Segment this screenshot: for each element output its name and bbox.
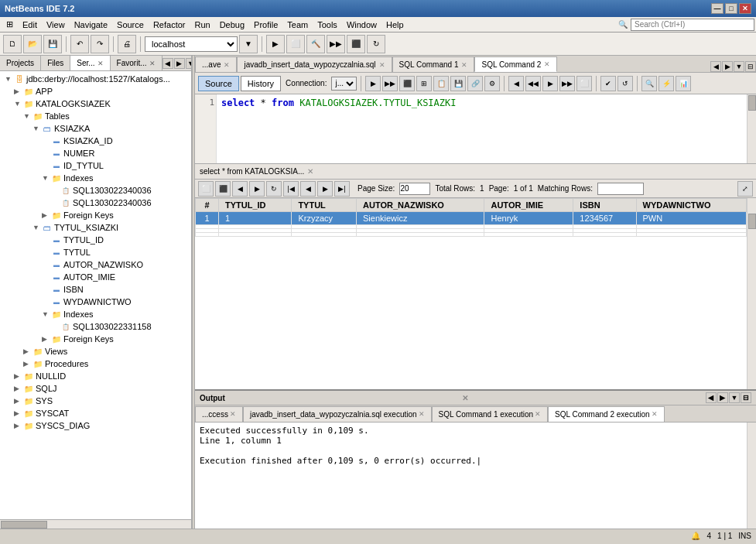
output-minimize[interactable]: ⊟: [741, 392, 751, 403]
minimize-btn[interactable]: —: [711, 3, 724, 14]
exec-tab-sql2-close[interactable]: ✕: [652, 410, 658, 418]
tab-ave[interactable]: ...ave ✕: [195, 56, 237, 72]
tree-id-tytul[interactable]: ▬ ID_TYTUL: [2, 159, 190, 172]
tree-toggle[interactable]: ▶: [14, 372, 23, 380]
open-btn[interactable]: 📂: [23, 35, 42, 53]
menu-help[interactable]: Help: [381, 19, 409, 31]
close-btn[interactable]: ✕: [739, 3, 751, 14]
exec-tab-access-close[interactable]: ✕: [230, 410, 236, 418]
tab-sql1-close[interactable]: ✕: [461, 61, 467, 69]
tree-idx1[interactable]: 📋 SQL1303022340036: [2, 184, 190, 197]
tab-sql2-close[interactable]: ✕: [544, 60, 550, 68]
tree-toggle[interactable]: ▼: [42, 310, 51, 318]
editor-nav-menu[interactable]: ▼: [734, 61, 744, 72]
tab-ave-close[interactable]: ✕: [224, 61, 230, 69]
sql-btn5[interactable]: 📋: [433, 76, 449, 91]
print-btn[interactable]: 🖨: [118, 35, 136, 53]
tree-toggle[interactable]: ▶: [14, 385, 23, 392]
editor-minimize[interactable]: ⊟: [745, 61, 756, 72]
exec-tab-javadb-close[interactable]: ✕: [419, 410, 425, 418]
server-combo[interactable]: localhost: [145, 36, 238, 52]
tab-sql2[interactable]: SQL Command 2 ✕: [474, 56, 557, 72]
menu-edit[interactable]: Edit: [18, 19, 42, 31]
window-controls[interactable]: — □ ✕: [711, 3, 751, 14]
matching-rows-input[interactable]: [597, 183, 644, 195]
history-btn[interactable]: History: [241, 76, 281, 91]
exec-tab-access[interactable]: ...ccess ✕: [195, 406, 243, 422]
tree-tytul-id[interactable]: ▬ TYTUL_ID: [2, 234, 190, 246]
tree-procedures[interactable]: ▶ 📁 Procedures: [2, 358, 190, 370]
tree-toggle[interactable]: ▼: [5, 75, 14, 83]
menu-source[interactable]: Source: [112, 19, 149, 31]
sql-btn7[interactable]: 🔗: [467, 76, 483, 91]
sql-btn13[interactable]: ⬜: [576, 76, 592, 91]
sql-rollback-btn[interactable]: ↺: [617, 76, 633, 91]
tab-services-close[interactable]: ✕: [97, 60, 104, 67]
menu-run[interactable]: Run: [190, 19, 214, 31]
tree-nullid[interactable]: ▶ 📁 NULLID: [2, 370, 190, 382]
tab-javadb[interactable]: javadb_insert_data_wypozyczalnia.sql ✕: [237, 56, 392, 72]
tree-toggle[interactable]: ▶: [14, 422, 23, 429]
result-first-btn[interactable]: |◀: [283, 181, 299, 197]
tree-autor-nazwisko[interactable]: ▬ AUTOR_NAZWISKO: [2, 258, 190, 271]
redo-btn[interactable]: ↷: [91, 35, 109, 53]
menu-team[interactable]: Team: [282, 19, 313, 31]
combo-drop[interactable]: ▼: [239, 35, 258, 53]
result-btn3[interactable]: ◀: [232, 181, 248, 197]
sql-code-area[interactable]: select * from KATALOGKSIAZEK.TYTUL_KSIAZ…: [217, 94, 747, 163]
tree-idx2[interactable]: 📋 SQL1303022340036: [2, 197, 190, 209]
tree-syscs-diag[interactable]: ▶ 📁 SYSCS_DIAG: [2, 419, 190, 432]
menu-navigate[interactable]: Navigate: [70, 19, 112, 31]
maximize-btn[interactable]: □: [725, 3, 737, 14]
result-last-btn[interactable]: ▶|: [334, 181, 350, 197]
tree-fk2[interactable]: ▶ 📁 Foreign Keys: [2, 333, 190, 345]
result-next-btn[interactable]: ▶: [317, 181, 333, 197]
tab-files[interactable]: Files: [41, 56, 70, 70]
exec-tab-sql1-close[interactable]: ✕: [535, 410, 541, 418]
tree-toggle[interactable]: ▼: [32, 224, 42, 231]
tree-toggle[interactable]: ▶: [23, 360, 32, 368]
sql-status-close[interactable]: ✕: [307, 167, 313, 176]
tb-btn5[interactable]: ⬛: [347, 35, 365, 53]
tab-favorites-close[interactable]: ✕: [149, 60, 156, 67]
sql-stop-btn[interactable]: ⬛: [399, 76, 415, 91]
menu-window[interactable]: Window: [342, 19, 381, 31]
tree-tytul[interactable]: ▬ TYTUL: [2, 246, 190, 258]
save-btn[interactable]: 💾: [43, 35, 62, 53]
tree-toggle[interactable]: ▼: [14, 100, 23, 108]
tree-toggle[interactable]: ▶: [42, 335, 51, 343]
menu-app[interactable]: ⊞: [2, 18, 18, 31]
sql-btn4[interactable]: ⊞: [416, 76, 432, 91]
tree-indexes1[interactable]: ▼ 📁 Indexes: [2, 172, 190, 184]
tree-ksiazka[interactable]: ▼ 🗃 KSIAZKA: [2, 122, 190, 135]
sql-btn12[interactable]: ▶▶: [559, 76, 575, 91]
tree-app[interactable]: ▶ 📁 APP: [2, 85, 190, 98]
sql-run-btn[interactable]: ▶: [365, 76, 381, 91]
tree-indexes2[interactable]: ▼ 📁 Indexes: [2, 308, 190, 320]
tree-katalog[interactable]: ▼ 📁 KATALOGKSIAZEK: [2, 98, 190, 110]
menu-tools[interactable]: Tools: [313, 19, 342, 31]
sql-btn18[interactable]: 📊: [676, 76, 691, 91]
menu-refactor[interactable]: Refactor: [149, 19, 190, 31]
result-refresh-btn[interactable]: ↻: [266, 181, 282, 197]
tb-btn6[interactable]: ↻: [367, 35, 385, 53]
sql-btn9[interactable]: ◀: [508, 76, 524, 91]
tree-ksiazka-id[interactable]: ▬ KSIAZKA_ID: [2, 135, 190, 147]
result-btn2[interactable]: ⬛: [215, 181, 231, 197]
connection-combo[interactable]: j...: [331, 77, 357, 91]
editor-nav-right[interactable]: ▶: [722, 61, 733, 72]
sql-btn16[interactable]: 🔍: [641, 76, 657, 91]
tree-toggle[interactable]: ▼: [23, 112, 32, 120]
panel-nav-menu[interactable]: ▼: [186, 58, 192, 69]
output-nav-menu[interactable]: ▼: [729, 392, 740, 403]
panel-nav-right[interactable]: ▶: [174, 58, 185, 69]
tree-isbn[interactable]: ▬ ISBN: [2, 283, 190, 296]
output-nav-left[interactable]: ◀: [706, 392, 717, 403]
tree-toggle[interactable]: ▶: [14, 397, 23, 405]
tab-sql1[interactable]: SQL Command 1 ✕: [392, 56, 475, 72]
editor-scrollbar-v[interactable]: [747, 94, 756, 163]
left-panel-hscroll[interactable]: [0, 519, 191, 529]
tree-autor-imie[interactable]: ▬ AUTOR_IMIE: [2, 271, 190, 283]
output-scrollbar-v[interactable]: [747, 423, 756, 529]
tb-btn2[interactable]: ⬜: [286, 35, 305, 53]
